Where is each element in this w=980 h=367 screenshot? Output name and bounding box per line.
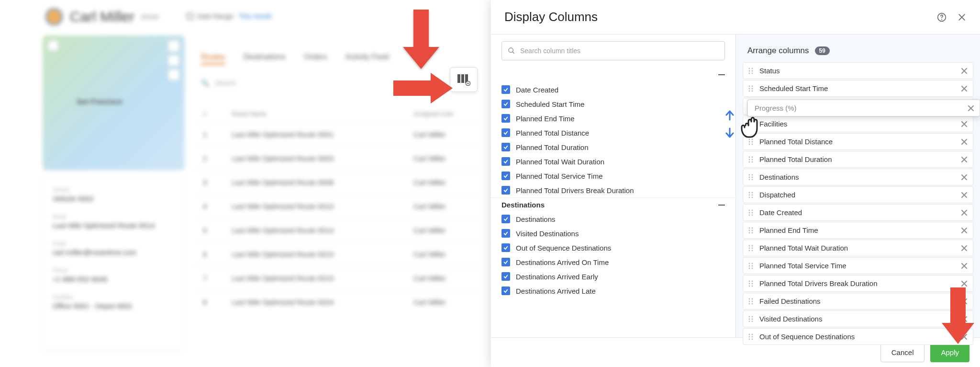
- checkbox-checked-icon[interactable]: [501, 215, 510, 223]
- remove-column-icon[interactable]: [960, 191, 968, 199]
- tab-orders[interactable]: Orders: [304, 53, 327, 65]
- checkbox-label: Destinations: [516, 215, 556, 223]
- checkbox-label: Planned Total Duration: [516, 143, 589, 151]
- destinations-column-item[interactable]: Destinations: [491, 212, 735, 226]
- checkbox-checked-icon[interactable]: [501, 272, 510, 281]
- group-header-destinations[interactable]: Destinations: [491, 197, 735, 212]
- route-column-item[interactable]: Planned Total Drivers Break Duration: [491, 183, 735, 197]
- checkbox-label: Out of Sequence Destinations: [516, 244, 611, 252]
- svg-point-44: [749, 174, 750, 175]
- svg-point-17: [752, 88, 753, 89]
- arranged-column-label: Status: [759, 67, 780, 75]
- arranged-column[interactable]: Date Created: [743, 204, 973, 221]
- drag-handle-icon[interactable]: [747, 227, 755, 234]
- drag-handle-icon[interactable]: [747, 298, 755, 305]
- checkbox-checked-icon[interactable]: [501, 128, 510, 137]
- svg-point-40: [749, 159, 750, 160]
- checkbox-checked-icon[interactable]: [501, 243, 510, 252]
- remove-column-icon[interactable]: [960, 120, 968, 128]
- checkbox-checked-icon[interactable]: [501, 258, 510, 266]
- group-header-route[interactable]: [491, 68, 735, 82]
- destinations-column-item[interactable]: Destinations Arrived Late: [491, 284, 735, 298]
- remove-column-icon[interactable]: [960, 209, 968, 217]
- remove-column-icon[interactable]: [960, 280, 968, 287]
- checkbox-label: Date Created: [516, 86, 558, 94]
- remove-column-icon[interactable]: [960, 67, 968, 75]
- arranged-column[interactable]: Planned Total Wait Duration: [743, 240, 973, 256]
- route-column-item[interactable]: Planned End Time: [491, 111, 735, 126]
- remove-column-icon[interactable]: [960, 173, 968, 181]
- checkbox-checked-icon[interactable]: [501, 85, 510, 94]
- arranged-column[interactable]: Dispatched: [743, 186, 973, 203]
- drag-handle-icon[interactable]: [747, 85, 755, 92]
- destinations-column-item[interactable]: Visited Destinations: [491, 226, 735, 241]
- drag-handle-icon[interactable]: [747, 244, 755, 252]
- destinations-column-item[interactable]: Destinations Arrived On Time: [491, 255, 735, 269]
- tab-activity[interactable]: Activity Feed: [345, 53, 390, 65]
- checkbox-label: Planned Total Wait Duration: [516, 158, 604, 166]
- remove-column-icon[interactable]: [967, 104, 975, 112]
- checkbox-checked-icon[interactable]: [501, 157, 510, 166]
- destinations-column-item[interactable]: Destinations Arrived Early: [491, 269, 735, 284]
- remove-column-icon[interactable]: [960, 85, 968, 92]
- checkbox-checked-icon[interactable]: [501, 143, 510, 151]
- drag-handle-icon[interactable]: [747, 191, 755, 199]
- checkbox-checked-icon[interactable]: [501, 100, 510, 108]
- search-icon: [508, 47, 515, 55]
- arranged-column[interactable]: Planned End Time: [743, 222, 973, 239]
- checkbox-checked-icon[interactable]: [501, 172, 510, 180]
- remove-column-icon[interactable]: [960, 262, 968, 270]
- checkbox-checked-icon[interactable]: [501, 186, 510, 195]
- checkbox-checked-icon[interactable]: [501, 114, 510, 123]
- route-column-item[interactable]: Planned Total Service Time: [491, 169, 735, 183]
- remove-column-icon[interactable]: [960, 244, 968, 252]
- route-column-item[interactable]: Scheduled Start Time: [491, 97, 735, 111]
- map-zoom-in-icon[interactable]: [168, 55, 179, 66]
- route-column-item[interactable]: Planned Total Duration: [491, 140, 735, 154]
- route-column-item[interactable]: Planned Total Distance: [491, 126, 735, 140]
- checkbox-checked-icon[interactable]: [501, 229, 510, 238]
- layers-icon[interactable]: [48, 40, 58, 51]
- remove-column-icon[interactable]: [960, 227, 968, 234]
- svg-point-61: [752, 214, 753, 216]
- drag-handle-icon[interactable]: [747, 315, 755, 323]
- map-thumbnail[interactable]: [43, 35, 184, 170]
- help-icon[interactable]: [937, 12, 947, 22]
- arranged-column[interactable]: Destinations: [743, 169, 973, 185]
- route-column-item[interactable]: Planned Total Wait Duration: [491, 154, 735, 169]
- remove-column-icon[interactable]: [960, 138, 968, 146]
- route-column-item[interactable]: Date Created: [491, 82, 735, 97]
- svg-point-41: [752, 159, 753, 160]
- tab-destinations[interactable]: Destinations: [244, 53, 286, 65]
- arranged-column[interactable]: Facilities: [743, 115, 973, 132]
- search-columns-input-wrap[interactable]: [501, 41, 725, 60]
- svg-point-80: [749, 280, 750, 282]
- arranged-column[interactable]: Planned Total Distance: [743, 133, 973, 150]
- map-zoom-out-icon[interactable]: [168, 69, 179, 80]
- arranged-column[interactable]: Status: [743, 62, 973, 79]
- arranged-column[interactable]: Scheduled Start Time: [743, 80, 973, 97]
- table-search-row[interactable]: 🔍Search: [201, 79, 236, 87]
- drag-handle-icon[interactable]: [747, 67, 755, 75]
- drag-handle-icon[interactable]: [747, 173, 755, 181]
- search-columns-input[interactable]: [520, 47, 719, 55]
- checkbox-checked-icon[interactable]: [501, 287, 510, 295]
- tab-routes[interactable]: Routes: [201, 53, 225, 65]
- arranged-column[interactable]: Planned Total Duration: [743, 151, 973, 168]
- svg-point-97: [752, 321, 753, 322]
- map-fullscreen-icon[interactable]: [168, 40, 179, 52]
- dragging-column[interactable]: Progress (%): [747, 100, 980, 116]
- date-range[interactable]: Date Range: This month: [187, 12, 272, 20]
- drag-handle-icon[interactable]: [747, 156, 755, 163]
- destinations-column-item[interactable]: Out of Sequence Destinations: [491, 241, 735, 255]
- drag-handle-icon[interactable]: [747, 280, 755, 287]
- drag-handle-icon[interactable]: [747, 262, 755, 270]
- drag-handle-icon[interactable]: [747, 209, 755, 217]
- arranged-column-label: Out of Sequence Destinations: [759, 333, 855, 341]
- svg-point-45: [752, 174, 753, 175]
- close-icon[interactable]: [957, 12, 967, 22]
- remove-column-icon[interactable]: [960, 156, 968, 163]
- svg-point-9: [752, 68, 753, 69]
- arranged-column[interactable]: Planned Total Service Time: [743, 257, 973, 274]
- drag-handle-icon[interactable]: [747, 333, 755, 341]
